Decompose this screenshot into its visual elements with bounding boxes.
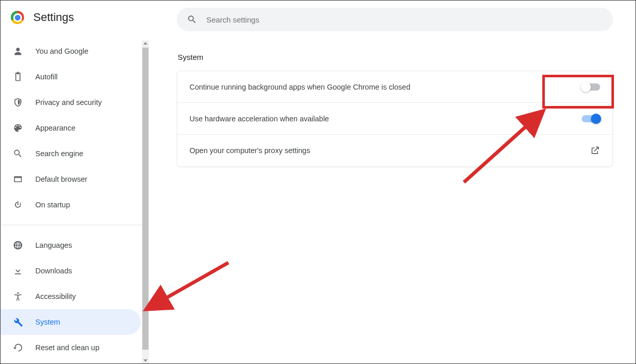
sidebar-item-label: Reset and clean up <box>35 344 99 352</box>
setting-label: Open your computer's proxy settings <box>189 146 310 155</box>
svg-point-0 <box>16 48 20 51</box>
power-icon <box>13 200 23 210</box>
browser-icon <box>13 174 23 184</box>
sidebar-item-label: You and Google <box>35 47 88 55</box>
palette-icon <box>13 123 23 133</box>
sidebar-item-appearance[interactable]: Appearance <box>1 115 141 141</box>
download-icon <box>13 266 23 276</box>
sidebar-item-label: Default browser <box>35 175 88 183</box>
sidebar-divider <box>1 225 149 225</box>
sidebar-item-default-browser[interactable]: Default browser <box>1 166 141 192</box>
wrench-icon <box>13 317 23 327</box>
svg-point-1 <box>17 292 18 294</box>
sidebar-item-label: Languages <box>35 241 72 249</box>
setting-label: Use hardware acceleration when available <box>189 115 329 123</box>
shield-icon <box>13 97 23 108</box>
restore-icon <box>13 342 23 353</box>
sidebar-group-1: You and Google Autofill Privacy and secu… <box>1 34 149 222</box>
external-link-icon <box>590 145 600 156</box>
sidebar-item-privacy[interactable]: Privacy and security <box>1 90 141 115</box>
sidebar-item-label: Appearance <box>35 124 75 132</box>
person-icon <box>13 46 23 56</box>
sidebar-item-label: System <box>35 318 60 326</box>
search-bar[interactable] <box>177 8 613 31</box>
setting-proxy[interactable]: Open your computer's proxy settings <box>177 135 612 166</box>
toggle-hardware-acceleration[interactable] <box>582 115 600 122</box>
sidebar-item-label: Downloads <box>35 267 72 275</box>
sidebar-item-you-and-google[interactable]: You and Google <box>1 38 141 64</box>
setting-label: Continue running background apps when Go… <box>189 83 410 91</box>
sidebar-group-2: Languages Downloads Accessibility System… <box>1 228 149 363</box>
sidebar-item-label: Privacy and security <box>35 98 102 106</box>
clipboard-icon <box>13 72 23 82</box>
search-input[interactable] <box>206 15 603 24</box>
sidebar-item-languages[interactable]: Languages <box>1 232 141 258</box>
sidebar-item-accessibility[interactable]: Accessibility <box>1 284 141 309</box>
section-title: System <box>178 53 613 61</box>
chrome-logo-icon <box>11 11 24 24</box>
sidebar-item-on-startup[interactable]: On startup <box>1 192 141 218</box>
scrollbar[interactable] <box>142 40 149 363</box>
search-icon <box>187 14 197 25</box>
sidebar-item-search-engine[interactable]: Search engine <box>1 141 141 166</box>
sidebar-item-label: Search engine <box>35 149 83 158</box>
sidebar-item-label: On startup <box>35 201 70 209</box>
page-title: Settings <box>33 11 74 24</box>
globe-icon <box>13 240 23 250</box>
header: Settings <box>1 1 149 34</box>
sidebar-item-label: Accessibility <box>35 292 76 301</box>
sidebar-item-reset[interactable]: Reset and clean up <box>1 335 141 360</box>
sidebar-item-autofill[interactable]: Autofill <box>1 64 141 90</box>
accessibility-icon <box>13 291 23 302</box>
search-icon <box>13 148 23 159</box>
annotation-highlight-box <box>542 75 614 109</box>
sidebar-item-label: Autofill <box>35 73 58 81</box>
scrollbar-thumb[interactable] <box>142 48 149 350</box>
sidebar-item-system[interactable]: System <box>1 309 141 335</box>
main-panel: System Continue running background apps … <box>149 1 635 363</box>
sidebar: Settings You and Google Autofill Privacy… <box>1 1 149 363</box>
sidebar-item-downloads[interactable]: Downloads <box>1 258 141 284</box>
